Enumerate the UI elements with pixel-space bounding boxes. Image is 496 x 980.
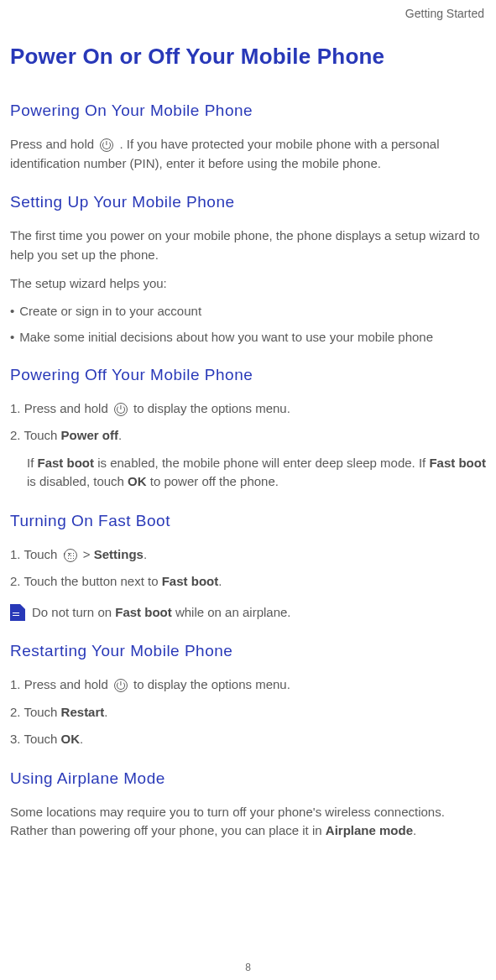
text: to display the options menu. [130, 677, 290, 691]
heading-restarting: Restarting Your Mobile Phone [10, 642, 486, 660]
bold-text: Fast boot [115, 605, 172, 619]
text: Do not turn on [32, 605, 115, 619]
power-icon [114, 403, 128, 416]
step-2-fastboot: 2. Touch the button next to Fast boot. [10, 572, 486, 592]
text: is enabled, the mobile phone will enter … [94, 456, 429, 470]
text: 2. Touch the button next to [10, 574, 162, 588]
bullet-text: Make some initial decisions about how yo… [19, 328, 433, 346]
bold-text: Fast boot [429, 456, 486, 470]
paragraph-setup-intro: The first time you power on your mobile … [10, 227, 486, 264]
text: > [80, 547, 94, 561]
text: . [118, 428, 122, 442]
bold-text: OK [61, 732, 81, 746]
note-row: Do not turn on Fast boot while on an air… [10, 603, 486, 623]
bullet-text: Create or sign in to your account [19, 302, 201, 320]
heading-airplane-mode: Using Airplane Mode [10, 769, 486, 788]
bold-text: Restart [61, 705, 105, 719]
paragraph-wizard-helps: The setup wizard helps you: [10, 274, 486, 294]
text: . [80, 732, 83, 746]
text: Press and hold [10, 137, 97, 151]
heading-fast-boot: Turning On Fast Boot [10, 512, 486, 530]
paragraph-airplane: Some locations may require you to turn o… [10, 803, 486, 841]
bullet-dot: • [10, 302, 14, 320]
step-1-fastboot: 1. Touch > Settings. [10, 545, 486, 565]
bold-text: Settings [94, 547, 144, 561]
power-icon [100, 138, 113, 152]
text: 3. Touch [10, 732, 61, 746]
bullet-item: • Create or sign in to your account [10, 302, 486, 320]
text: 1. Press and hold [10, 677, 112, 691]
text: 2. Touch [10, 428, 61, 442]
bold-text: OK [128, 474, 147, 488]
text: to power off the phone. [147, 474, 279, 488]
paragraph-powering-on: Press and hold . If you have protected y… [10, 135, 486, 173]
heading-powering-off: Powering Off Your Mobile Phone [10, 366, 486, 384]
bold-text: Airplane mode [326, 823, 413, 837]
step-1-power-off: 1. Press and hold to display the options… [10, 399, 486, 419]
heading-setting-up: Setting Up Your Mobile Phone [10, 193, 486, 211]
bullet-item: • Make some initial decisions about how … [10, 328, 486, 346]
text: is disabled, touch [27, 474, 128, 488]
page-number: 8 [245, 962, 251, 973]
heading-powering-on: Powering On Your Mobile Phone [10, 102, 486, 120]
step-2-power-off: 2. Touch Power off. [10, 426, 486, 446]
bold-text: Fast boot [162, 574, 219, 588]
bold-text: Power off [61, 428, 118, 442]
text: 1. Press and hold [10, 401, 112, 415]
text: . [413, 823, 416, 837]
note-text: Do not turn on Fast boot while on an air… [32, 603, 291, 623]
text: . [144, 547, 147, 561]
step-3-restart: 3. Touch OK. [10, 730, 486, 749]
text: If [27, 456, 38, 470]
step-2-restart: 2. Touch Restart. [10, 703, 486, 722]
text: . [218, 574, 222, 588]
power-icon [114, 679, 128, 692]
indent-fastboot-note: If Fast boot is enabled, the mobile phon… [27, 454, 486, 492]
page-header: Getting Started [10, 0, 486, 20]
text: 1. Touch [10, 547, 61, 561]
text: . [104, 705, 107, 719]
apps-icon [64, 549, 77, 562]
text: 2. Touch [10, 705, 61, 719]
bold-text: Fast boot [38, 456, 95, 470]
bullet-dot: • [10, 328, 14, 346]
text: while on an airplane. [172, 605, 291, 619]
note-icon [10, 604, 25, 621]
step-1-restart: 1. Press and hold to display the options… [10, 675, 486, 695]
text: to display the options menu. [130, 401, 290, 415]
page-title: Power On or Off Your Mobile Phone [10, 44, 486, 70]
